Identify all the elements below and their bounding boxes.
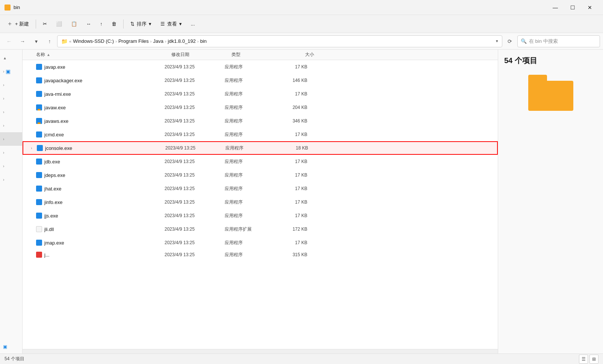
new-label: + 新建 [15,21,29,27]
sidebar-item-9[interactable]: › [0,159,22,173]
file-icon-exe [36,186,42,192]
table-row[interactable]: jhat.exe 2023/4/9 13:25 应用程序 17 KB [23,182,498,195]
view-chevron-icon: ▾ [179,21,182,27]
forward-button[interactable]: → [17,35,29,47]
view-button[interactable]: ☰ 查看 ▾ [157,17,186,31]
close-button[interactable]: ✕ [581,0,598,15]
table-row[interactable]: jdeps.exe 2023/4/9 13:25 应用程序 17 KB [23,168,498,182]
file-size: 315 KB [270,252,307,257]
file-type: 应用程序 [225,240,270,246]
chevron-icon-3: › [3,83,4,87]
path-folder-icon: 📁 [61,38,68,44]
file-date: 2023/4/9 13:25 [165,159,225,164]
file-size: 17 KB [270,186,307,191]
file-size: 17 KB [270,213,307,218]
sidebar-item-disk[interactable]: ▣ [0,340,22,353]
chevron-icon-7: › [3,137,4,141]
file-type: 应用程序 [225,252,270,258]
table-row[interactable]: j... 2023/4/9 13:25 应用程序 315 KB [23,249,498,260]
sort-icon: ⇅ [130,21,135,27]
sidebar-item-6[interactable]: › [0,119,22,132]
sidebar-item-8[interactable]: › [0,146,22,159]
maximize-button[interactable]: ☐ [564,0,581,15]
view-icon: ☰ [160,21,165,27]
toolbar-separator-2 [123,20,124,29]
copy-button[interactable]: ⬜ [52,17,66,31]
table-row-highlighted[interactable]: › jconsole.exe 2023/4/9 13:25 应用程序 18 KB [23,141,498,155]
file-type: 应用程序 [225,64,270,70]
col-header-size[interactable]: 大小 [277,51,314,58]
col-header-name[interactable]: 名称 ▲ [36,51,171,58]
file-name: jjs.exe [44,213,165,219]
delete-button[interactable]: 🗑 [108,17,120,31]
sort-button[interactable]: ⇅ 排序 ▾ [127,17,155,31]
right-panel: 54 个项目 [498,50,603,353]
chevron-icon-5: › [3,110,4,114]
more-button[interactable]: ... [187,17,199,31]
chevron-icon-1: ▲ [3,56,7,60]
sidebar-item-1[interactable]: ▲ [0,51,22,65]
file-icon-exe [36,159,42,165]
table-row[interactable]: java-rmi.exe 2023/4/9 13:25 应用程序 17 KB [23,87,498,101]
new-button[interactable]: ＋ + 新建 [3,17,33,31]
chevron-icon-9: › [3,164,4,168]
delete-icon: 🗑 [112,21,116,27]
table-row[interactable]: javapackager.exe 2023/4/9 13:25 应用程序 146… [23,74,498,87]
col-header-type[interactable]: 类型 [231,51,277,58]
table-row[interactable]: javaws.exe 2023/4/9 13:25 应用程序 346 KB [23,114,498,128]
paste-button[interactable]: 📋 [67,17,81,31]
horizontal-scrollbar[interactable] [23,349,498,353]
sidebar-item-3[interactable]: › [0,78,22,92]
share-button[interactable]: ↑ [96,17,106,31]
search-box[interactable]: 🔍 在 bin 中搜索 [517,35,600,47]
file-icon-exe [36,199,42,205]
file-size: 17 KB [270,172,307,178]
col-header-date[interactable]: 修改日期 [171,51,231,58]
minimize-button[interactable]: — [547,0,564,15]
file-size: 18 KB [271,145,308,151]
table-row[interactable]: jcmd.exe 2023/4/9 13:25 应用程序 17 KB [23,128,498,141]
file-type: 应用程序扩展 [225,226,270,233]
table-row[interactable]: jli.dll 2023/4/9 13:25 应用程序扩展 172 KB [23,222,498,236]
file-icon-dll [36,226,42,232]
table-row[interactable]: javap.exe 2023/4/9 13:25 应用程序 17 KB [23,60,498,74]
file-type: 应用程序 [225,118,270,124]
table-row[interactable]: jinfo.exe 2023/4/9 13:25 应用程序 17 KB [23,195,498,209]
recent-button[interactable]: ▾ [30,35,42,47]
file-size: 346 KB [270,118,307,124]
col-name-label: 名称 [36,51,45,58]
table-row[interactable]: jjs.exe 2023/4/9 13:25 应用程序 17 KB [23,209,498,222]
cut-icon: ✂ [43,21,47,27]
rename-button[interactable]: ↔ [82,17,95,31]
file-type: 应用程序 [225,159,270,165]
path-arrow-3: › [165,39,166,44]
list-view-button[interactable]: ☰ [579,355,588,364]
grid-view-button[interactable]: ⊞ [589,355,598,364]
address-path[interactable]: 📁 « Windows-SSD (C:) › Program Files › J… [57,35,502,47]
cut-button[interactable]: ✂ [39,17,51,31]
title-bar-controls: — ☐ ✕ [547,0,598,15]
share-icon: ↑ [100,21,103,27]
file-date: 2023/4/9 13:25 [165,199,225,205]
sidebar-item-4[interactable]: › [0,92,22,105]
status-bar: 54 个项目 ☰ ⊞ [0,353,603,364]
file-date: 2023/4/9 13:25 [165,105,225,110]
folder-preview-icon [528,75,573,111]
sidebar-item-5[interactable]: › [0,105,22,119]
refresh-button[interactable]: ⟳ [504,35,516,47]
table-row[interactable]: jdb.exe 2023/4/9 13:25 应用程序 17 KB [23,155,498,168]
table-row[interactable]: jmap.exe 2023/4/9 13:25 应用程序 17 KB [23,236,498,249]
col-size-label: 大小 [305,52,314,57]
sidebar-item-10[interactable]: › [0,173,22,186]
col-type-label: 类型 [231,52,240,57]
back-button[interactable]: ← [3,35,15,47]
item-count: 54 个项目 [504,56,537,66]
file-type: 应用程序 [225,131,270,138]
sidebar-item-7[interactable]: › [0,132,22,146]
sidebar-item-2[interactable]: › ▣ [0,65,22,78]
file-type: 应用程序 [225,172,270,178]
file-name: jli.dll [44,227,165,232]
table-row[interactable]: javaw.exe 2023/4/9 13:25 应用程序 204 KB [23,101,498,114]
copy-icon: ⬜ [56,21,62,27]
up-button[interactable]: ↑ [44,35,56,47]
